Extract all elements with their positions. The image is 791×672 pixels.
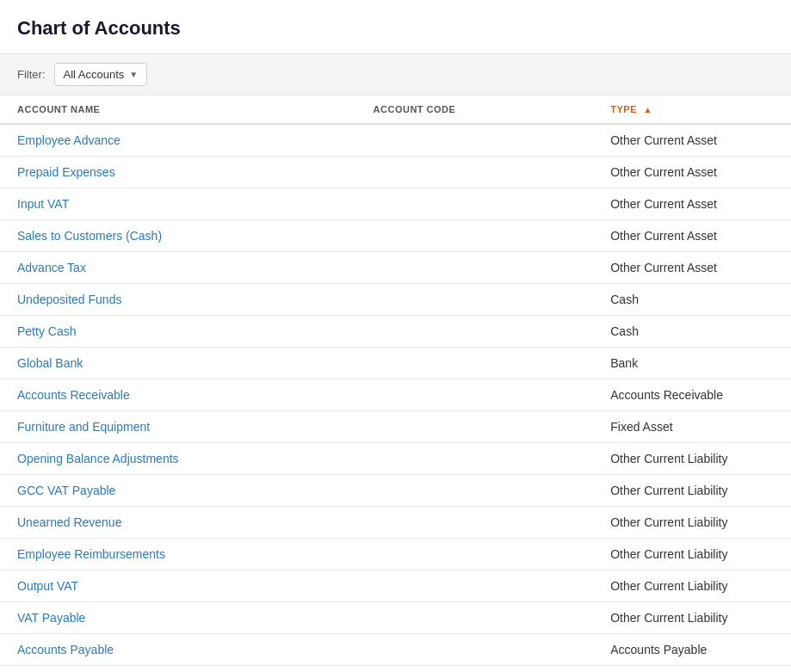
account-type: Other Current Asset [593,124,791,157]
account-type: Other Current Liability [593,475,791,507]
table-row: Undeposited FundsCash [0,284,791,316]
account-type: Cash [593,284,791,316]
table-container: ACCOUNT NAME ACCOUNT CODE TYPE ▲ Employe… [0,96,791,666]
account-name-link[interactable]: Unearned Revenue [17,515,121,529]
account-name-link[interactable]: GCC VAT Payable [17,484,115,497]
account-name-link[interactable]: Furniture and Equipment [17,420,150,434]
account-name-link[interactable]: Input VAT [17,197,69,211]
account-name-link[interactable]: Employee Advance [17,133,121,147]
col-header-name[interactable]: ACCOUNT NAME [0,96,356,124]
account-name-link[interactable]: Employee Reimbursements [17,547,165,561]
account-code [356,634,594,666]
account-code [356,348,594,379]
sort-asc-icon: ▲ [644,105,652,114]
account-type: Other Current Liability [593,443,791,475]
page-header: Chart of Accounts [0,0,791,53]
table-row: Employee AdvanceOther Current Asset [0,124,791,157]
account-code [356,602,594,634]
table-row: Accounts PayableAccounts Payable [0,634,791,666]
account-name-link[interactable]: Opening Balance Adjustments [17,452,179,465]
account-code [356,411,594,443]
account-name-link[interactable]: Petty Cash [17,324,76,338]
account-name-link[interactable]: Accounts Payable [17,643,114,657]
filter-bar: Filter: All Accounts ▼ [0,53,791,96]
account-type: Other Current Liability [593,507,791,539]
account-code [356,475,594,507]
account-code [356,507,594,539]
account-type: Bank [593,348,791,379]
table-row: Petty CashCash [0,316,791,348]
account-type: Other Current Liability [593,602,791,634]
table-row: Prepaid ExpensesOther Current Asset [0,157,791,188]
table-row: VAT PayableOther Current Liability [0,602,791,634]
page-container: Chart of Accounts Filter: All Accounts ▼… [0,0,791,672]
table-row: Global BankBank [0,348,791,379]
table-row: GCC VAT PayableOther Current Liability [0,475,791,507]
filter-value: All Accounts [64,68,125,81]
account-type: Other Current Liability [593,570,791,602]
account-code [356,316,594,348]
account-name-link[interactable]: VAT Payable [17,611,85,625]
account-code [356,220,594,252]
account-type: Other Current Asset [593,252,791,284]
account-code [356,284,594,316]
account-type: Other Current Asset [593,157,791,188]
account-code [356,539,594,570]
table-row: Opening Balance AdjustmentsOther Current… [0,443,791,475]
account-code [356,124,594,157]
account-name-link[interactable]: Sales to Customers (Cash) [17,229,162,243]
table-body: Employee AdvanceOther Current AssetPrepa… [0,124,791,666]
table-row: Input VATOther Current Asset [0,188,791,220]
account-type: Other Current Asset [593,188,791,220]
page-title: Chart of Accounts [17,17,774,40]
filter-label: Filter: [17,68,46,81]
table-row: Employee ReimbursementsOther Current Lia… [0,539,791,570]
account-type: Other Current Liability [593,539,791,570]
table-row: Accounts ReceivableAccounts Receivable [0,379,791,411]
col-header-type[interactable]: TYPE ▲ [593,96,791,124]
account-name-link[interactable]: Accounts Receivable [17,388,130,402]
account-name-link[interactable]: Advance Tax [17,261,86,274]
account-code [356,188,594,220]
chevron-down-icon: ▼ [129,70,138,79]
account-name-link[interactable]: Prepaid Expenses [17,165,115,179]
account-name-link[interactable]: Output VAT [17,579,78,593]
account-code [356,379,594,411]
account-type: Fixed Asset [593,411,791,443]
table-row: Output VATOther Current Liability [0,570,791,602]
account-type: Accounts Receivable [593,379,791,411]
accounts-table: ACCOUNT NAME ACCOUNT CODE TYPE ▲ Employe… [0,96,791,666]
account-code [356,252,594,284]
account-type: Accounts Payable [593,634,791,666]
filter-dropdown[interactable]: All Accounts ▼ [54,63,148,86]
table-row: Unearned RevenueOther Current Liability [0,507,791,539]
table-row: Furniture and EquipmentFixed Asset [0,411,791,443]
table-row: Advance TaxOther Current Asset [0,252,791,284]
account-code [356,157,594,188]
table-header-row: ACCOUNT NAME ACCOUNT CODE TYPE ▲ [0,96,791,124]
account-name-link[interactable]: Global Bank [17,356,83,370]
col-header-code[interactable]: ACCOUNT CODE [356,96,594,124]
account-code [356,570,594,602]
account-code [356,443,594,475]
account-type: Cash [593,316,791,348]
account-type: Other Current Asset [593,220,791,252]
account-name-link[interactable]: Undeposited Funds [17,293,121,306]
table-row: Sales to Customers (Cash)Other Current A… [0,220,791,252]
